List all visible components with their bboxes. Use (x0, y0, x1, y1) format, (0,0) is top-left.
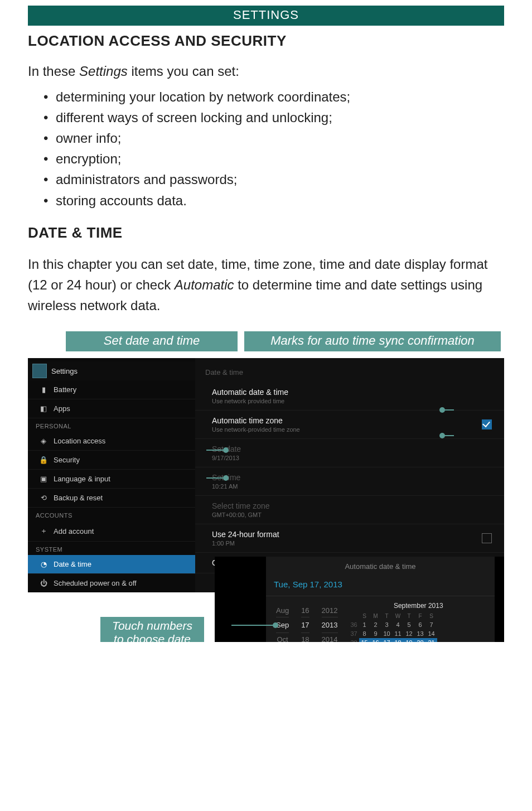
plus-icon: ＋ (39, 526, 48, 536)
day-picker[interactable]: 16 17 18 (301, 606, 309, 642)
picker-next[interactable]: 18 (301, 635, 309, 642)
row-set-time[interactable]: Set time 10:21 AM (195, 467, 504, 496)
caption-set-date-time: Set date and time (66, 331, 238, 351)
sidebar-item-language[interactable]: ▣ Language & input (28, 470, 195, 489)
row-set-date[interactable]: Set date 9/17/2013 (195, 439, 504, 467)
callout-line (231, 625, 275, 626)
checkbox-auto-tz[interactable] (482, 419, 492, 429)
settings-bullet-list: determining your location by network coo… (43, 86, 504, 211)
intro-prefix: In these (28, 64, 79, 79)
sidebar-item-label: Backup & reset (54, 494, 103, 502)
list-item: owner info; (43, 128, 504, 148)
callout-line (206, 450, 225, 451)
intro-em: Settings (79, 64, 128, 79)
caption-touch-line2: to choose date (114, 633, 191, 642)
keyboard-icon: ▣ (39, 475, 48, 483)
row-subtitle: 1:00 PM (212, 540, 475, 547)
date-pickers[interactable]: Aug Sep Oct 16 17 18 2012 2013 2014 (266, 596, 345, 642)
row-title: Automatic time zone (212, 416, 475, 425)
picker-next[interactable]: Oct (276, 635, 289, 642)
list-item: storing accounts data. (43, 190, 504, 211)
picker-next[interactable]: 2014 (322, 635, 338, 642)
sidebar-item-label: Scheduled power on & off (54, 579, 137, 587)
sidebar-item-battery[interactable]: ▮ Battery (28, 380, 195, 399)
row-auto-time-zone[interactable]: Automatic time zone Use network-provided… (195, 411, 504, 439)
settings-app-title: Settings (28, 361, 195, 380)
list-item: administrators and passwords; (43, 169, 504, 190)
sidebar-item-label: Location access (54, 437, 105, 445)
settings-icon (32, 364, 47, 378)
date-popup-title: Automatic date & time (266, 557, 495, 574)
picker-prev[interactable]: 16 (301, 606, 309, 615)
clock-icon: ◔ (39, 560, 48, 568)
sidebar-category-system: SYSTEM (28, 542, 195, 555)
picker-selected[interactable]: 2013 (322, 617, 338, 633)
row-subtitle: GMT+00:00, GMT (212, 511, 492, 518)
sidebar-item-add-account[interactable]: ＋ Add account (28, 521, 195, 542)
sidebar-item-location[interactable]: ◈ Location access (28, 432, 195, 451)
date-popup: on & off Automatic date & time Tue, Sep … (215, 557, 504, 642)
sidebar-item-security[interactable]: 🔒 Security (28, 451, 195, 470)
settings-title-text: Settings (51, 367, 78, 375)
row-title: Select time zone (212, 501, 492, 510)
row-subtitle: Use network-provided time zone (212, 426, 475, 433)
picker-prev[interactable]: Aug (276, 606, 289, 615)
row-title: Automatic date & time (212, 388, 492, 397)
page-header: SETTINGS (28, 6, 504, 26)
intro-suffix: items you can set: (128, 64, 239, 79)
list-item: encryption; (43, 148, 504, 169)
sidebar-item-label: Battery (54, 385, 76, 394)
row-title: Use 24-hour format (212, 530, 475, 539)
datetime-paragraph: In this chapter you can set date, time, … (28, 254, 504, 316)
main-panel-title: Date & time (195, 364, 504, 382)
row-title: Set date (212, 445, 492, 453)
picker-selected[interactable]: 17 (301, 617, 309, 633)
row-subtitle: Use network provided time (212, 398, 492, 404)
row-title: Set time (212, 473, 492, 482)
sidebar-item-scheduled-power[interactable]: ⏻ Scheduled power on & off (28, 574, 195, 592)
sidebar-item-label: Add account (54, 527, 94, 535)
power-icon: ⏻ (39, 579, 48, 587)
sidebar-category-personal: PERSONAL (28, 418, 195, 432)
caption-auto-sync: Marks for auto time sync confirmation (244, 331, 501, 351)
list-item: determining your location by network coo… (43, 86, 504, 107)
lock-icon: 🔒 (39, 456, 48, 464)
location-icon: ◈ (39, 437, 48, 445)
sidebar-item-datetime[interactable]: ◔ Date & time (28, 555, 195, 574)
settings-sidebar: Settings ▮ Battery ◧ Apps PERSONAL ◈ Loc… (28, 358, 195, 592)
date-popup-body: Aug Sep Oct 16 17 18 2012 2013 2014 (266, 596, 495, 642)
calendar-month-title: September 2013 (349, 602, 488, 610)
caption-touch-numbers: Touch numbers to choose date (100, 617, 204, 642)
row-subtitle: 10:21 AM (212, 483, 492, 490)
callout-line (443, 409, 454, 411)
row-24-hour[interactable]: Use 24-hour format 1:00 PM (195, 524, 504, 553)
row-subtitle: 9/17/2013 (212, 455, 492, 461)
battery-icon: ▮ (39, 385, 48, 394)
picker-prev[interactable]: 2012 (322, 606, 338, 615)
annotated-screenshot: Set date and time Marks for auto time sy… (28, 331, 504, 592)
row-auto-date-time[interactable]: Automatic date & time Use network provid… (195, 382, 504, 411)
checkbox-24-hour[interactable] (482, 533, 492, 543)
year-picker[interactable]: 2012 2013 2014 (322, 606, 338, 642)
sidebar-item-label: Language & input (54, 475, 110, 483)
sidebar-item-label: Date & time (54, 560, 91, 568)
dt-para-em: Automatic (175, 277, 234, 292)
sidebar-item-apps[interactable]: ◧ Apps (28, 399, 195, 418)
sidebar-category-accounts: ACCOUNTS (28, 508, 195, 521)
row-select-timezone[interactable]: Select time zone GMT+00:00, GMT (195, 496, 504, 524)
date-popup-selected-date: Tue, Sep 17, 2013 (266, 574, 495, 596)
caption-touch-line1: Touch numbers (112, 619, 192, 632)
apps-icon: ◧ (39, 404, 48, 413)
backup-icon: ⟲ (39, 494, 48, 502)
date-popup-panel: Automatic date & time Tue, Sep 17, 2013 … (266, 557, 495, 642)
sidebar-item-backup[interactable]: ⟲ Backup & reset (28, 489, 195, 508)
callout-line (206, 477, 225, 479)
callout-line (443, 435, 454, 436)
list-item: different ways of screen locking and unl… (43, 107, 504, 128)
sidebar-item-label: Security (54, 456, 80, 464)
calendar[interactable]: September 2013 SMTWTFS361234567378910111… (345, 596, 495, 642)
section-datetime-title: DATE & TIME (28, 224, 504, 242)
intro-text: In these Settings items you can set: (28, 62, 504, 81)
section-location-title: LOCATION ACCESS AND SECURITY (28, 32, 504, 50)
sidebar-item-label: Apps (54, 404, 70, 413)
